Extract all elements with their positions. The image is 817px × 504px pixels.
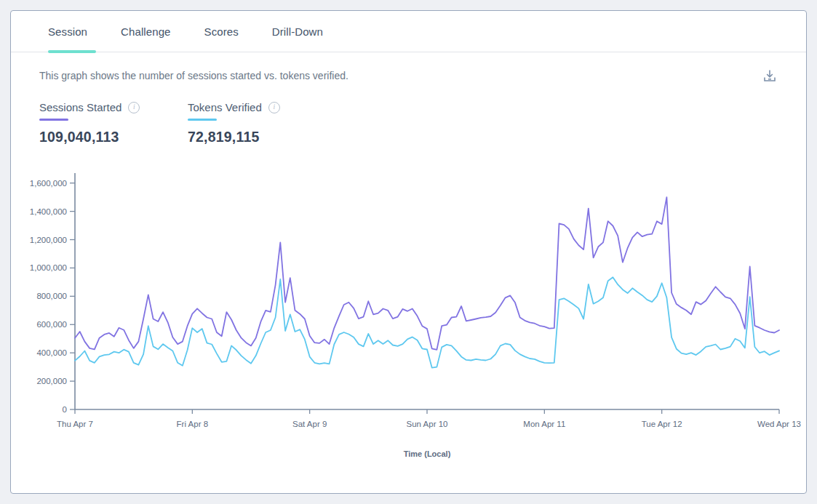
svg-text:0: 0 [63, 405, 67, 414]
svg-text:1,400,000: 1,400,000 [30, 207, 67, 216]
svg-text:600,000: 600,000 [36, 320, 67, 329]
sessions-vs-tokens-chart[interactable]: 0200,000400,000600,000800,0001,000,0001,… [11, 11, 806, 493]
svg-text:Sun Apr 10: Sun Apr 10 [407, 420, 448, 428]
svg-text:1,000,000: 1,000,000 [30, 263, 67, 272]
dashboard-page: { "tabs": [ {"label": "Session", "active… [0, 0, 817, 504]
svg-text:Thu Apr 7: Thu Apr 7 [57, 420, 93, 428]
session-analytics-card: Session Challenge Scores Drill-Down This… [10, 10, 807, 494]
svg-text:1,200,000: 1,200,000 [30, 236, 67, 244]
svg-text:200,000: 200,000 [36, 377, 67, 385]
svg-text:800,000: 800,000 [36, 292, 67, 300]
svg-text:Mon Apr 11: Mon Apr 11 [523, 420, 565, 428]
svg-text:Tue Apr 12: Tue Apr 12 [642, 420, 682, 428]
svg-text:Fri Apr 8: Fri Apr 8 [177, 420, 208, 428]
svg-text:400,000: 400,000 [36, 348, 67, 357]
svg-text:Sat Apr 9: Sat Apr 9 [292, 420, 327, 428]
svg-text:1,600,000: 1,600,000 [30, 179, 67, 188]
svg-text:Time (Local): Time (Local) [404, 449, 451, 458]
svg-text:Wed Apr 13: Wed Apr 13 [757, 420, 801, 428]
